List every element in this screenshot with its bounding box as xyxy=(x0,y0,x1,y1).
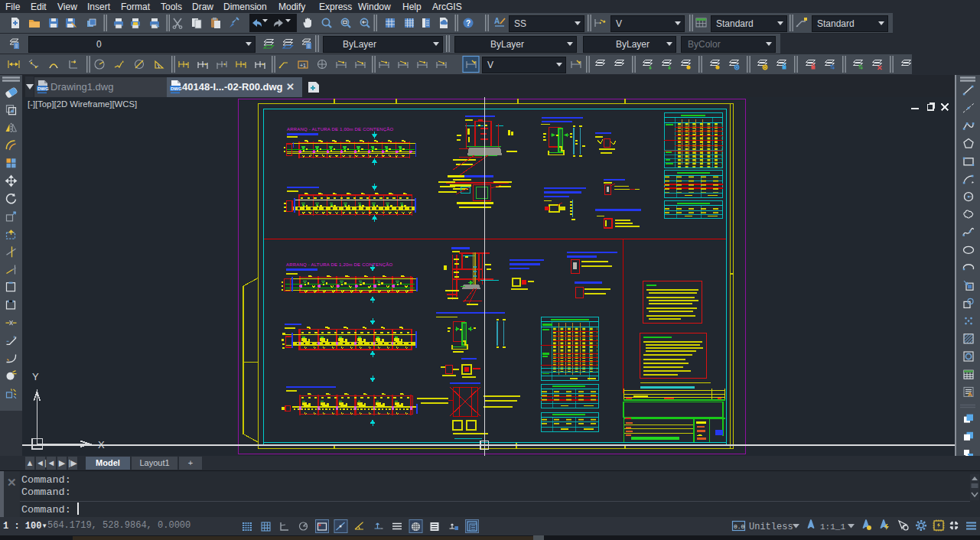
svg-text:Unitless: Unitless xyxy=(749,522,793,532)
svg-text:ARRANQ - ALTURA DE 1,20m DE: ARRANQ - ALTURA DE 1,20m DE CONTENÇÃO xyxy=(286,262,392,267)
svg-text:[-][Top][2D Wireframe][WCS]: [-][Top][2D Wireframe][WCS] xyxy=(28,99,137,109)
svg-text:x: x xyxy=(74,59,77,63)
svg-text:DWG: DWG xyxy=(171,86,182,91)
svg-text:1:1_1: 1:1_1 xyxy=(820,522,845,532)
svg-text:0.0: 0.0 xyxy=(734,523,745,530)
svg-text:Y: Y xyxy=(32,371,39,382)
svg-text:A: A xyxy=(494,17,500,25)
svg-text:+1: +1 xyxy=(300,63,306,68)
svg-text:A: A xyxy=(968,391,972,398)
svg-text:?: ? xyxy=(466,19,470,28)
svg-text:ARRANQ - ALTURA DE 1,00m DE: ARRANQ - ALTURA DE 1,00m DE CONTENÇÃO xyxy=(287,127,393,132)
svg-text:DWG: DWG xyxy=(37,86,49,91)
